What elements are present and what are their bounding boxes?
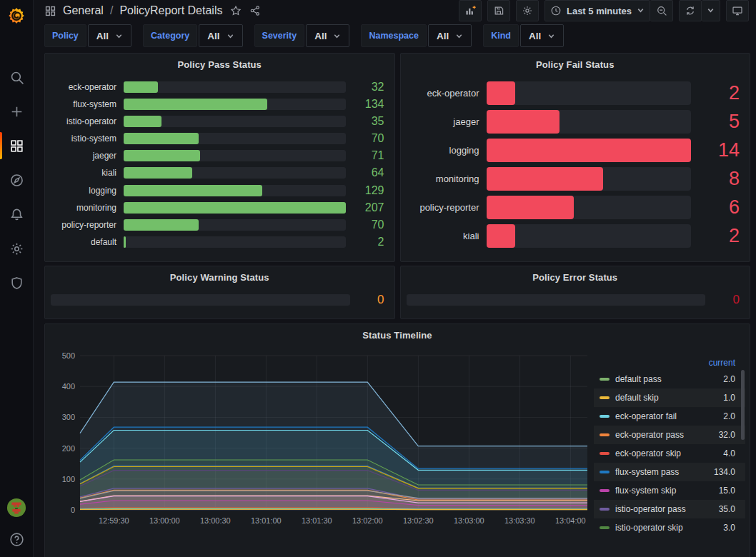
- timeline-plot[interactable]: 010020030040050012:59:3013:00:0013:00:30…: [49, 348, 594, 557]
- filter-value-namespace[interactable]: All: [428, 24, 472, 47]
- star-icon[interactable]: [230, 5, 242, 16]
- x-axis-tick: 13:02:00: [352, 516, 383, 525]
- legend-series-label[interactable]: flux-system pass: [615, 467, 708, 477]
- panel-title[interactable]: Status Timeline: [45, 324, 750, 346]
- legend-series-label[interactable]: default skip: [615, 393, 717, 403]
- legend-series-label[interactable]: istio-operator skip: [615, 523, 717, 533]
- bar-value: 70: [353, 219, 384, 231]
- panel-title[interactable]: Policy Error Status: [401, 266, 750, 288]
- bar-track: [124, 81, 346, 93]
- bar-row-jaeger: jaeger5: [407, 110, 740, 134]
- bar-row-logging: logging129: [51, 184, 384, 197]
- clock-icon: [550, 5, 562, 16]
- legend-row-default-pass: default pass2.0: [594, 370, 745, 388]
- bar-value: 35: [353, 115, 384, 128]
- legend-swatch[interactable]: [600, 433, 610, 436]
- filter-selected-value: All: [437, 31, 449, 41]
- dashboard-settings-button[interactable]: [516, 0, 539, 21]
- zoom-out-button[interactable]: [650, 0, 673, 21]
- panel-title[interactable]: Policy Fail Status: [401, 54, 750, 75]
- profile-avatar[interactable]: [6, 498, 26, 518]
- legend-swatch[interactable]: [600, 526, 610, 529]
- panel-title[interactable]: Policy Warning Status: [45, 266, 394, 288]
- bar-track: [487, 139, 692, 162]
- legend-series-label[interactable]: default pass: [615, 374, 717, 384]
- legend-swatch[interactable]: [600, 471, 610, 473]
- add-panel-button[interactable]: [459, 0, 482, 21]
- time-controls: Last 5 minutes: [544, 0, 673, 21]
- help-icon[interactable]: [6, 532, 26, 547]
- sidebar-item-create[interactable]: [0, 94, 33, 129]
- bar-fill: [124, 202, 346, 214]
- legend-series-label[interactable]: eck-operator pass: [615, 430, 713, 440]
- bar-label: monitoring: [51, 203, 116, 213]
- filter-severity: SeverityAll: [254, 24, 350, 47]
- bar-gauge-fail: eck-operator2jaeger5logging14monitoring8…: [401, 75, 750, 259]
- chevron-down-icon: [333, 32, 341, 40]
- grafana-app: General / PolicyReport Details: [0, 0, 756, 557]
- bar-row-monitoring: monitoring8: [407, 167, 740, 191]
- filter-namespace: NamespaceAll: [361, 24, 472, 47]
- sidebar-item-explore[interactable]: [0, 163, 33, 197]
- sidebar-item-configuration[interactable]: [0, 231, 33, 266]
- sidebar-item-search[interactable]: [0, 60, 33, 94]
- breadcrumb-section[interactable]: General: [63, 4, 104, 17]
- bar-track: [124, 219, 346, 231]
- save-dashboard-button[interactable]: [487, 0, 510, 21]
- legend-swatch[interactable]: [600, 489, 610, 492]
- bar-fill: [487, 110, 559, 134]
- filter-value-severity[interactable]: All: [306, 24, 349, 47]
- refresh-interval-dropdown[interactable]: [702, 0, 720, 21]
- x-axis-tick: 13:04:00: [555, 516, 586, 525]
- bar-fill: [124, 150, 200, 161]
- legend-series-label[interactable]: eck-operator fail: [615, 411, 717, 421]
- warning-value: 0: [359, 293, 384, 307]
- breadcrumb-separator: /: [110, 4, 113, 17]
- bar-row-jaeger: jaeger71: [51, 149, 384, 162]
- apps-grid-icon: [9, 139, 24, 154]
- x-axis-tick: 13:02:30: [403, 516, 434, 525]
- bar-label: flux-system: [51, 99, 116, 109]
- x-axis-tick: 13:00:30: [200, 516, 231, 525]
- bar-value: 207: [353, 201, 384, 214]
- gear-icon: [9, 241, 24, 256]
- bar-fill: [124, 133, 199, 144]
- view-mode-button[interactable]: [726, 0, 749, 21]
- filter-selected-value: All: [96, 31, 109, 41]
- x-axis-tick: 13:01:30: [302, 516, 332, 525]
- sidebar-item-dashboards[interactable]: [0, 129, 33, 163]
- time-range-button[interactable]: Last 5 minutes: [544, 0, 650, 21]
- bar-row-monitoring: monitoring207: [51, 201, 384, 214]
- legend-swatch[interactable]: [600, 415, 610, 418]
- search-icon: [9, 70, 24, 85]
- chevron-down-icon: [227, 32, 234, 40]
- legend-series-label[interactable]: flux-system skip: [615, 486, 713, 496]
- bar-row-istio-system: istio-system70: [51, 132, 384, 145]
- legend-swatch[interactable]: [600, 378, 610, 381]
- refresh-button[interactable]: [679, 0, 702, 21]
- panel-title[interactable]: Policy Pass Status: [45, 54, 394, 75]
- legend-series-label[interactable]: istio-operator pass: [615, 504, 713, 514]
- legend-scrollbar[interactable]: [741, 370, 745, 440]
- legend-swatch[interactable]: [600, 396, 610, 399]
- legend-series-current: 2.0: [723, 411, 735, 421]
- sidebar-item-server-admin[interactable]: [0, 266, 33, 300]
- legend-current-header[interactable]: current: [594, 356, 745, 370]
- sidebar-item-alerting[interactable]: [0, 197, 33, 231]
- bar-gauge-error: 0: [401, 288, 750, 316]
- x-axis-tick: 12:59:30: [99, 516, 129, 525]
- legend-row-eck-operator-pass: eck-operator pass32.0: [594, 426, 745, 444]
- y-axis-tick: 200: [62, 444, 75, 453]
- filter-value-category[interactable]: All: [199, 24, 242, 47]
- sidebar-nav: [0, 60, 33, 300]
- bar-fill: [124, 99, 267, 110]
- filter-value-policy[interactable]: All: [88, 24, 131, 47]
- legend-series-current: 15.0: [719, 486, 735, 496]
- legend-swatch[interactable]: [600, 452, 610, 455]
- legend-swatch[interactable]: [600, 508, 610, 511]
- legend-series-label[interactable]: eck-operator skip: [615, 448, 717, 458]
- share-icon[interactable]: [249, 5, 261, 16]
- bar-value: 32: [353, 81, 384, 94]
- grafana-logo-icon[interactable]: [6, 6, 27, 28]
- filter-value-kind[interactable]: All: [520, 24, 564, 47]
